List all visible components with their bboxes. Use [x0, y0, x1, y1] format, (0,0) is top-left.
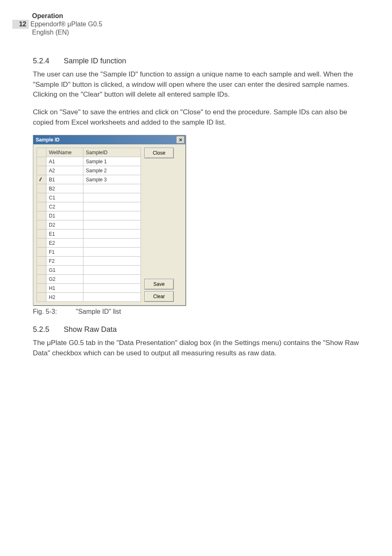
sampleid-cell[interactable]	[83, 211, 141, 220]
wellname-cell[interactable]: D1	[46, 211, 83, 220]
wellname-cell[interactable]: B2	[46, 184, 83, 193]
section-525-para1: The μPlate G0.5 tab in the "Data Present…	[33, 338, 367, 358]
sampleid-cell[interactable]	[83, 229, 141, 239]
table-row: A1Sample 1	[37, 157, 141, 166]
sampleid-cell[interactable]	[83, 239, 141, 248]
table-row: D1	[37, 211, 141, 220]
table-row: G1	[37, 266, 141, 275]
section-524-para2: Click on "Save" to save the entries and …	[33, 107, 367, 127]
sampleid-cell[interactable]	[83, 248, 141, 257]
row-marker	[37, 211, 46, 220]
table-row: H2	[37, 293, 141, 302]
section-525-title: Show Raw Data	[64, 325, 117, 334]
wellname-cell[interactable]: F1	[46, 248, 83, 257]
save-button[interactable]: Save	[144, 279, 174, 290]
sampleid-cell[interactable]	[83, 257, 141, 266]
row-marker	[37, 220, 46, 229]
table-row: E1	[37, 229, 141, 239]
table-row: A2Sample 2	[37, 166, 141, 175]
section-524-para1: The user can use the "Sample ID" functio…	[33, 70, 367, 100]
header-product: Eppendorf® μPlate G0.5	[30, 21, 102, 28]
wellname-cell[interactable]: G1	[46, 266, 83, 275]
row-marker	[37, 175, 46, 184]
sampleid-cell[interactable]	[83, 202, 141, 211]
wellname-cell[interactable]: H2	[46, 293, 83, 302]
row-marker	[37, 157, 46, 166]
table-row: B1Sample 3	[37, 175, 141, 184]
wellname-cell[interactable]: A1	[46, 157, 83, 166]
row-marker	[37, 284, 46, 293]
sampleid-cell[interactable]	[83, 266, 141, 275]
sample-id-dialog: Sample ID ✕ WellName SampleID A1Sample 1…	[33, 135, 186, 306]
section-524-heading: 5.2.4 Sample ID function	[33, 57, 367, 65]
table-row: B2	[37, 184, 141, 193]
wellname-cell[interactable]: A2	[46, 166, 83, 175]
section-524-number: 5.2.4	[33, 57, 62, 65]
figure-text: "Sample ID" list	[76, 308, 121, 315]
figure-caption: Fig. 5-3: "Sample ID" list	[33, 308, 367, 315]
wellname-cell[interactable]: C2	[46, 202, 83, 211]
sampleid-cell[interactable]	[83, 275, 141, 284]
row-marker	[37, 229, 46, 239]
row-marker	[37, 239, 46, 248]
table-row: F2	[37, 257, 141, 266]
row-marker	[37, 257, 46, 266]
col-wellname-header[interactable]: WellName	[46, 148, 83, 157]
wellname-cell[interactable]: D2	[46, 220, 83, 229]
pencil-icon	[39, 177, 44, 181]
dialog-body: WellName SampleID A1Sample 1A2Sample 2B1…	[33, 144, 185, 305]
section-525-heading: 5.2.5 Show Raw Data	[33, 325, 367, 334]
dialog-title: Sample ID	[36, 137, 60, 143]
close-x-glyph: ✕	[179, 137, 182, 143]
sampleid-cell[interactable]	[83, 293, 141, 302]
close-button[interactable]: Close	[144, 148, 174, 158]
table-row: C2	[37, 202, 141, 211]
close-icon[interactable]: ✕	[176, 136, 184, 144]
sampleid-cell[interactable]: Sample 2	[83, 166, 141, 175]
dialog-button-column: Close Save Clear	[144, 148, 174, 302]
table-row: G2	[37, 275, 141, 284]
section-524-title: Sample ID function	[64, 57, 126, 65]
table-row: D2	[37, 220, 141, 229]
table-row: C1	[37, 193, 141, 202]
col-marker-header	[37, 148, 46, 157]
wellname-cell[interactable]: E2	[46, 239, 83, 248]
figure-number: Fig. 5-3:	[33, 308, 74, 315]
table-row: H1	[37, 284, 141, 293]
row-marker	[37, 248, 46, 257]
sampleid-cell[interactable]: Sample 1	[83, 157, 141, 166]
dialog-title-bar: Sample ID ✕	[33, 135, 185, 144]
wellname-cell[interactable]: G2	[46, 275, 83, 284]
sampleid-cell[interactable]: Sample 3	[83, 175, 141, 184]
clear-button[interactable]: Clear	[144, 291, 174, 302]
row-marker	[37, 266, 46, 275]
section-525-number: 5.2.5	[33, 325, 62, 334]
row-marker	[37, 193, 46, 202]
sampleid-cell[interactable]	[83, 193, 141, 202]
row-marker	[37, 202, 46, 211]
wellname-cell[interactable]: H1	[46, 284, 83, 293]
page-number: 12	[12, 20, 29, 29]
wellname-cell[interactable]: B1	[46, 175, 83, 184]
header-section: Operation	[12, 12, 367, 20]
wellname-cell[interactable]: F2	[46, 257, 83, 266]
sampleid-cell[interactable]	[83, 220, 141, 229]
col-sampleid-header[interactable]: SampleID	[83, 148, 141, 157]
row-marker	[37, 184, 46, 193]
sample-id-table: WellName SampleID A1Sample 1A2Sample 2B1…	[37, 148, 141, 302]
sampleid-cell[interactable]	[83, 184, 141, 193]
header-language: English (EN)	[12, 29, 367, 36]
table-row: F1	[37, 248, 141, 257]
page-header: Operation 12 Eppendorf® μPlate G0.5 Engl…	[12, 12, 367, 36]
wellname-cell[interactable]: C1	[46, 193, 83, 202]
table-row: E2	[37, 239, 141, 248]
wellname-cell[interactable]: E1	[46, 229, 83, 239]
row-marker	[37, 275, 46, 284]
sampleid-cell[interactable]	[83, 284, 141, 293]
row-marker	[37, 293, 46, 302]
row-marker	[37, 166, 46, 175]
